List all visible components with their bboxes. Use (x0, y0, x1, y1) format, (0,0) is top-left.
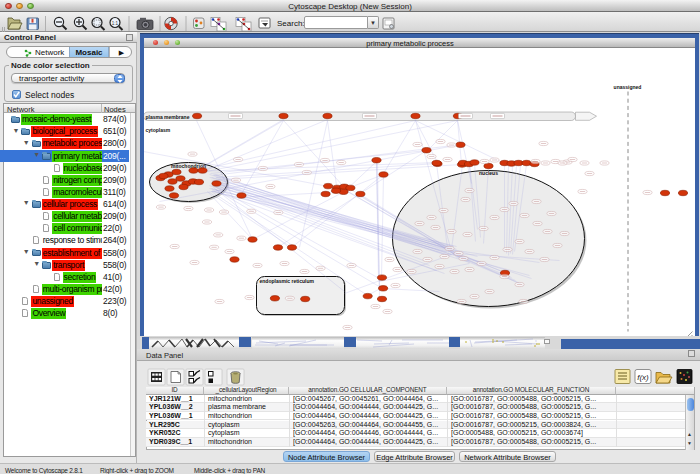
svg-text:1:1: 1:1 (112, 21, 119, 26)
svg-text:endoplasmic reticulum: endoplasmic reticulum (260, 278, 315, 284)
svg-text:Search:: Search: (277, 18, 305, 27)
svg-text:nucleus: nucleus (479, 170, 498, 176)
svg-text:unassigned: unassigned (614, 83, 642, 89)
svg-text:f(x): f(x) (637, 373, 649, 382)
svg-text:cytoplasm: cytoplasm (146, 127, 171, 133)
svg-text:plasma membrane: plasma membrane (146, 113, 190, 119)
